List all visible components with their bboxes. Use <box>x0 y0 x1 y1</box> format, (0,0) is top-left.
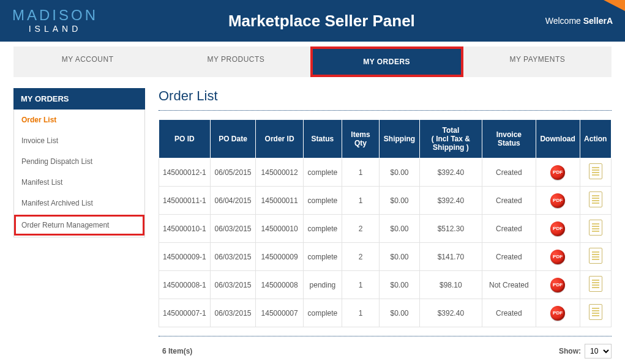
cell-status: complete <box>303 243 342 271</box>
tab-my-account[interactable]: MY ACCOUNT <box>13 46 162 77</box>
cell-status: pending <box>303 271 342 299</box>
cell-order-id: 145000007 <box>256 299 304 327</box>
corner-triangle-icon <box>604 0 625 11</box>
show-select[interactable]: 10 <box>585 344 612 358</box>
col-download: Download <box>536 120 580 158</box>
table-row: 145000008-106/03/2015145000008pending1$0… <box>159 271 612 299</box>
col-total: Total( Incl Tax & Shipping ) <box>419 120 482 158</box>
cell-po-id: 145000007-1 <box>159 299 211 327</box>
cell-items-qty: 1 <box>342 299 379 327</box>
content: MY ORDERS Order List Invoice List Pendin… <box>0 77 625 364</box>
action-view-icon[interactable] <box>589 248 602 264</box>
cell-order-id: 145000011 <box>256 187 304 215</box>
cell-invoice-status: Created <box>482 158 536 187</box>
cell-items-qty: 1 <box>342 187 379 215</box>
tab-my-payments[interactable]: MY PAYMENTS <box>463 46 612 77</box>
item-count: 6 Item(s) <box>159 347 192 355</box>
table-row: 145000012-106/05/2015145000012complete1$… <box>159 158 612 187</box>
cell-items-qty: 2 <box>342 243 379 271</box>
sidebar-item-order-list[interactable]: Order List <box>14 110 144 130</box>
show-wrap: Show: 10 <box>559 344 612 358</box>
orders-table: PO ID PO Date Order ID Status Items Qty … <box>159 119 612 327</box>
table-row: 145000009-106/03/2015145000009complete2$… <box>159 243 612 271</box>
cell-download: PDF <box>536 187 580 215</box>
sidebar-item-order-return-management[interactable]: Order Return Management <box>14 215 144 236</box>
cell-invoice-status: Created <box>482 187 536 215</box>
cell-action <box>580 299 611 327</box>
cell-action <box>580 243 611 271</box>
cell-po-date: 06/05/2015 <box>210 158 256 187</box>
table-row: 145000007-106/03/2015145000007complete1$… <box>159 299 612 327</box>
cell-invoice-status: Not Created <box>482 271 536 299</box>
cell-po-date: 06/03/2015 <box>210 215 256 243</box>
action-view-icon[interactable] <box>589 163 602 179</box>
cell-total: $141.70 <box>419 243 482 271</box>
col-po-date: PO Date <box>210 120 256 158</box>
cell-invoice-status: Created <box>482 299 536 327</box>
cell-download: PDF <box>536 243 580 271</box>
cell-shipping: $0.00 <box>380 158 420 187</box>
cell-po-id: 145000010-1 <box>159 215 211 243</box>
cell-order-id: 145000009 <box>256 243 304 271</box>
pdf-icon[interactable]: PDF <box>550 193 565 208</box>
pdf-icon[interactable]: PDF <box>550 250 565 264</box>
page-header-title: Marketplace Seller Panel <box>98 12 545 31</box>
header: MADISON ISLAND Marketplace Seller Panel … <box>0 0 625 42</box>
col-items-qty: Items Qty <box>342 120 379 158</box>
sidebar-item-manifest-archived-list[interactable]: Manifest Archived List <box>14 193 144 214</box>
cell-po-date: 06/03/2015 <box>210 243 256 271</box>
main: Order List PO ID PO Date Order ID Status… <box>159 88 612 364</box>
sidebar-header: MY ORDERS <box>13 88 145 110</box>
cell-invoice-status: Created <box>482 215 536 243</box>
logo[interactable]: MADISON ISLAND <box>12 8 98 34</box>
cell-download: PDF <box>536 158 580 187</box>
cell-order-id: 145000008 <box>256 271 304 299</box>
cell-action <box>580 215 611 243</box>
cell-invoice-status: Created <box>482 243 536 271</box>
cell-shipping: $0.00 <box>380 187 420 215</box>
cell-action <box>580 271 611 299</box>
action-view-icon[interactable] <box>589 191 602 207</box>
cell-order-id: 145000010 <box>256 215 304 243</box>
show-label: Show: <box>559 347 581 355</box>
cell-po-date: 06/04/2015 <box>210 187 256 215</box>
cell-total: $512.30 <box>419 215 482 243</box>
cell-order-id: 145000012 <box>256 158 304 187</box>
sidebar: MY ORDERS Order List Invoice List Pendin… <box>13 88 145 364</box>
cell-download: PDF <box>536 271 580 299</box>
table-body: 145000012-106/05/2015145000012complete1$… <box>159 158 612 327</box>
action-view-icon[interactable] <box>589 276 602 292</box>
col-invoice-status: Invoice Status <box>482 120 536 158</box>
cell-status: complete <box>303 299 342 327</box>
welcome-user: SellerA <box>583 16 613 26</box>
cell-items-qty: 2 <box>342 215 379 243</box>
cell-po-id: 145000012-1 <box>159 158 211 187</box>
table-footer: 6 Item(s) Show: 10 <box>159 336 612 364</box>
tab-my-products[interactable]: MY PRODUCTS <box>162 46 310 77</box>
sidebar-body: Order List Invoice List Pending Dispatch… <box>13 110 145 237</box>
sidebar-item-manifest-list[interactable]: Manifest List <box>14 172 144 193</box>
sidebar-item-invoice-list[interactable]: Invoice List <box>14 130 144 151</box>
cell-po-id: 145000008-1 <box>159 271 211 299</box>
cell-status: complete <box>303 215 342 243</box>
pdf-icon[interactable]: PDF <box>550 278 565 292</box>
cell-po-id: 145000011-1 <box>159 187 211 215</box>
welcome-prefix: Welcome <box>545 16 583 26</box>
action-view-icon[interactable] <box>589 304 602 320</box>
col-po-id: PO ID <box>159 120 211 158</box>
cell-total: $392.40 <box>419 187 482 215</box>
action-view-icon[interactable] <box>589 220 602 236</box>
pdf-icon[interactable]: PDF <box>550 221 565 236</box>
cell-total: $392.40 <box>419 299 482 327</box>
col-order-id: Order ID <box>256 120 304 158</box>
tab-my-orders[interactable]: MY ORDERS <box>310 46 463 77</box>
cell-items-qty: 1 <box>342 271 379 299</box>
divider <box>159 110 612 111</box>
cell-shipping: $0.00 <box>380 243 420 271</box>
pdf-icon[interactable]: PDF <box>550 165 565 180</box>
table-row: 145000010-106/03/2015145000010complete2$… <box>159 215 612 243</box>
sidebar-item-pending-dispatch-list[interactable]: Pending Dispatch List <box>14 151 144 172</box>
col-action: Action <box>580 120 611 158</box>
cell-shipping: $0.00 <box>380 299 420 327</box>
pdf-icon[interactable]: PDF <box>550 306 565 321</box>
